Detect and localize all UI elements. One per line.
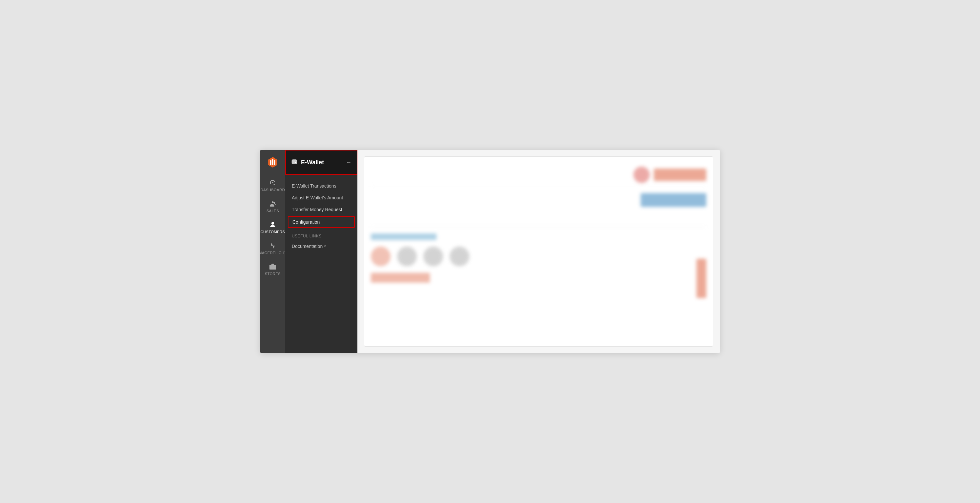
sidebar-item-sales-label: SALES — [267, 209, 279, 213]
svg-rect-1 — [270, 160, 271, 165]
sidebar-item-stores[interactable]: STORES — [260, 259, 285, 280]
main-content — [357, 150, 720, 353]
back-arrow-icon[interactable]: ← — [346, 159, 352, 165]
svg-rect-9 — [292, 160, 298, 164]
submenu-item-transfer-money[interactable]: Transfer Money Request — [285, 204, 357, 216]
sidebar-item-magedelight[interactable]: MAGEDELIGHT — [260, 238, 285, 259]
sidebar-item-magedelight-label: MAGEDELIGHT — [260, 251, 287, 255]
icon-rail: DASHBOARD SALES CUSTOMERS — [260, 150, 285, 353]
sidebar-item-stores-label: STORES — [265, 272, 281, 276]
blurred-background — [364, 157, 713, 346]
svg-point-4 — [272, 202, 274, 203]
svg-rect-6 — [269, 265, 276, 270]
app-container: DASHBOARD SALES CUSTOMERS — [260, 150, 720, 353]
submenu-section-useful-links: Useful Links — [285, 228, 357, 240]
svg-rect-2 — [274, 160, 275, 165]
submenu-header[interactable]: E-Wallet ← — [285, 150, 357, 175]
sidebar: DASHBOARD SALES CUSTOMERS — [260, 150, 357, 353]
submenu-item-ewallet-transactions[interactable]: E-Wallet Transactions — [285, 180, 357, 192]
svg-rect-0 — [272, 159, 274, 165]
submenu-title: E-Wallet — [301, 159, 343, 166]
sidebar-item-customers[interactable]: CUSTOMERS — [260, 217, 285, 238]
svg-point-10 — [295, 162, 296, 163]
brand-logo[interactable] — [260, 150, 285, 175]
sidebar-item-dashboard-label: DASHBOARD — [261, 188, 285, 192]
submenu-item-configuration[interactable]: Configuration — [288, 216, 355, 228]
submenu-panel: E-Wallet ← E-Wallet Transactions Adjust … — [285, 150, 357, 353]
submenu-item-documentation[interactable]: Documentation ᵃ — [285, 240, 357, 252]
svg-point-5 — [271, 222, 274, 225]
content-panel — [364, 156, 713, 347]
sidebar-item-dashboard[interactable]: DASHBOARD — [260, 175, 285, 196]
submenu-item-adjust-ewallet[interactable]: Adjust E-Wallet's Amount — [285, 192, 357, 204]
svg-point-3 — [272, 182, 274, 183]
sidebar-item-customers-label: CUSTOMERS — [261, 230, 285, 234]
ewallet-icon — [291, 159, 298, 166]
sidebar-item-sales[interactable]: SALES — [260, 196, 285, 217]
submenu-items-list: E-Wallet Transactions Adjust E-Wallet's … — [285, 175, 357, 257]
